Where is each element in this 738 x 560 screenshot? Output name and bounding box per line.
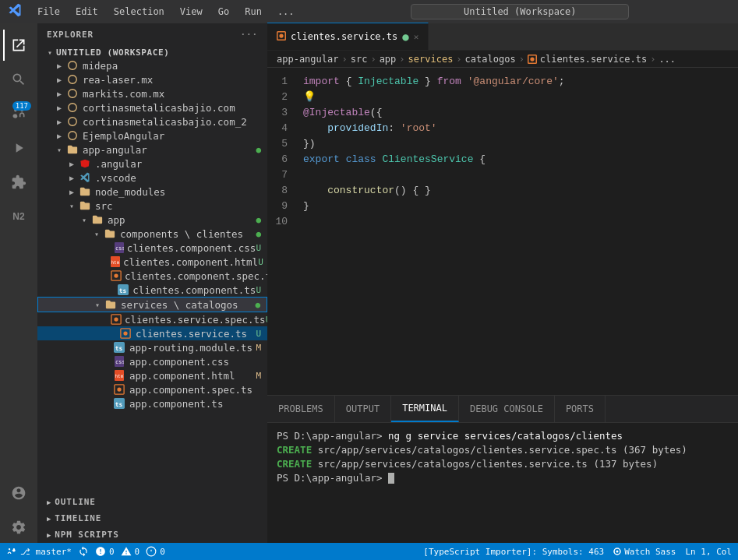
line-num-1: 1	[267, 74, 300, 90]
sidebar-item-services[interactable]: ▾ services \ catalogos ●	[37, 297, 267, 312]
terminal-content[interactable]: PS D:\app-angular> ng g service services…	[267, 423, 738, 543]
node-modules-arrow-icon: ▶	[65, 188, 78, 196]
breadcrumb-src[interactable]: src	[351, 54, 368, 65]
sidebar-item-service-spec[interactable]: ▶ clientes.service.spec.ts U	[37, 312, 267, 326]
line-num-4: 4	[267, 121, 300, 136]
clientes-css-icon: css	[115, 242, 124, 253]
breadcrumb-app[interactable]: app	[380, 54, 397, 65]
sidebar-item-clientes-spec[interactable]: ▶ clientes.component.spec.ts U	[37, 269, 267, 283]
breadcrumb-filename[interactable]: clientes.service.ts	[540, 54, 647, 65]
code-line-5: 5 })	[267, 136, 738, 152]
title-search-bar[interactable]: Untitled (Workspace)	[411, 4, 629, 19]
workspace-root[interactable]: ▾ UNTITLED (WORKSPACE)	[37, 46, 267, 58]
code-line-9: 9 }	[267, 199, 738, 214]
extensions-activity-icon[interactable]	[3, 167, 34, 198]
sidebar-item-app-spec[interactable]: ▶ app.component.spec.ts	[37, 382, 267, 396]
svg-point-1	[69, 76, 77, 84]
clientes-spec-label: clientes.component.spec.ts	[125, 270, 267, 282]
line-num-6: 6	[267, 152, 300, 167]
sidebar-item-ejemplo[interactable]: ▶ EjemploAngular	[37, 129, 267, 143]
sidebar-tree: ▾ UNTITLED (WORKSPACE) ▶ midepa ▶ rea-la…	[37, 46, 267, 494]
tab-close-button[interactable]: ✕	[414, 32, 419, 42]
menu-view[interactable]: View	[177, 5, 206, 19]
breadcrumb-services[interactable]: services	[408, 54, 454, 65]
status-sync[interactable]	[78, 546, 89, 557]
outline-section[interactable]: ▶ OUTLINE	[37, 494, 267, 510]
service-ts-badge: U	[256, 329, 261, 339]
sidebar-item-app-css[interactable]: ▶ css app.component.css	[37, 354, 267, 368]
tab-filename: clientes.service.ts	[291, 31, 397, 42]
app-css-icon: css	[112, 356, 126, 367]
status-watch-sass[interactable]: Watch Sass	[613, 547, 676, 557]
terminal-line-4: PS D:\app-angular>	[277, 471, 729, 485]
sidebar-item-components[interactable]: ▾ components \ clientes ●	[37, 227, 267, 241]
status-position-text: Ln 1, Col	[685, 547, 732, 557]
status-errors[interactable]: 0 0	[95, 546, 139, 557]
sidebar-item-clientes-ts[interactable]: ▶ ts clientes.component.ts U	[37, 283, 267, 297]
status-ts-importer[interactable]: [TypeScript Importer]: Symbols: 463	[423, 547, 604, 557]
npm-scripts-section[interactable]: ▶ NPM SCRIPTS	[37, 527, 267, 543]
npm-scripts-label: NPM SCRIPTS	[55, 530, 119, 540]
sidebar-item-cortinas1[interactable]: ▶ cortinasmetalicasbajio.com	[37, 100, 267, 114]
search-activity-icon[interactable]	[3, 64, 34, 95]
sidebar-item-clientes-css[interactable]: ▶ css clientes.component.css U	[37, 241, 267, 255]
terminal-tab-output[interactable]: OUTPUT	[335, 396, 391, 422]
menu-run[interactable]: Run	[242, 5, 265, 19]
breadcrumb-more[interactable]: ...	[659, 54, 676, 65]
status-position[interactable]: Ln 1, Col	[685, 547, 732, 557]
midepa-label: midepa	[83, 60, 261, 72]
services-folder-icon	[104, 299, 118, 310]
explorer-activity-icon[interactable]	[3, 30, 34, 61]
app-dot: ●	[256, 215, 261, 225]
sidebar-item-app-angular[interactable]: ▾ app-angular ●	[37, 143, 267, 157]
terminal-tab-problems[interactable]: PROBLEMS	[267, 396, 335, 422]
code-editor[interactable]: 1 import { Injectable } from '@angular/c…	[267, 68, 738, 395]
menu-selection[interactable]: Selection	[111, 5, 168, 19]
editor-tab-clientes-service[interactable]: clientes.service.ts ● ✕	[267, 23, 429, 50]
sidebar-item-app-ts[interactable]: ▶ ts app.component.ts	[37, 396, 267, 410]
menu-go[interactable]: Go	[215, 5, 232, 19]
sidebar-item-vscode[interactable]: ▶ .vscode	[37, 171, 267, 185]
timeline-arrow-icon: ▶	[47, 515, 51, 523]
terminal-tab-terminal[interactable]: TERMINAL	[391, 396, 459, 422]
breadcrumb-catalogos[interactable]: catalogos	[465, 54, 516, 65]
menu-edit[interactable]: Edit	[72, 5, 101, 19]
sidebar-item-src[interactable]: ▾ src	[37, 199, 267, 213]
sidebar-item-cortinas2[interactable]: ▶ cortinasmetalicasbajio.com_2	[37, 114, 267, 129]
sidebar-item-app-routing[interactable]: ▶ ts app-routing.module.ts M	[37, 340, 267, 354]
code-line-10: 10	[267, 214, 738, 230]
settings-activity-icon[interactable]	[3, 512, 34, 543]
sidebar-item-clientes-html[interactable]: ▶ html clientes.component.html U	[37, 255, 267, 269]
sidebar-item-node-modules[interactable]: ▶ node_modules	[37, 185, 267, 199]
sidebar-item-app-html[interactable]: ▶ html app.component.html M	[37, 368, 267, 382]
clientes-html-icon: html	[111, 256, 120, 267]
workspace-label: UNTITLED (WORKSPACE)	[56, 48, 267, 58]
line-content-3: @Injectable({	[300, 105, 738, 121]
status-branch[interactable]: ⎇ master*	[6, 546, 72, 557]
workspace-arrow-icon: ▾	[44, 48, 56, 57]
timeline-section[interactable]: ▶ TIMELINE	[37, 510, 267, 527]
terminal-tab-debug[interactable]: DEBUG CONSOLE	[459, 396, 555, 422]
sidebar-item-angular[interactable]: ▶ .angular	[37, 157, 267, 171]
sidebar-item-service-ts[interactable]: ▶ clientes.service.ts U	[37, 326, 267, 340]
vscode-folder-icon	[78, 172, 92, 183]
n2-activity-icon[interactable]: N2	[3, 201, 34, 232]
source-control-activity-icon[interactable]: 117	[3, 98, 34, 129]
line-content-5: })	[300, 136, 738, 152]
status-info[interactable]: 0	[146, 546, 165, 557]
sidebar-item-rea-laser[interactable]: ▶ rea-laser.mx	[37, 72, 267, 86]
sidebar-item-midepa[interactable]: ▶ midepa	[37, 58, 267, 72]
sidebar-more-button[interactable]: ···	[240, 30, 258, 40]
status-info-text: 0	[160, 547, 165, 557]
menu-more[interactable]: ...	[274, 5, 298, 19]
sidebar-item-app[interactable]: ▾ app ●	[37, 213, 267, 227]
node-modules-icon	[78, 186, 92, 197]
vscode-arrow-icon: ▶	[65, 174, 78, 182]
menu-file[interactable]: File	[34, 5, 63, 19]
run-activity-icon[interactable]	[3, 132, 34, 164]
sidebar-item-markits[interactable]: ▶ markits.com.mx	[37, 86, 267, 100]
app-routing-label: app-routing.module.ts	[129, 342, 256, 354]
terminal-tab-ports[interactable]: PORTS	[555, 396, 606, 422]
breadcrumb-app-angular[interactable]: app-angular	[277, 54, 338, 65]
accounts-activity-icon[interactable]	[3, 477, 34, 509]
